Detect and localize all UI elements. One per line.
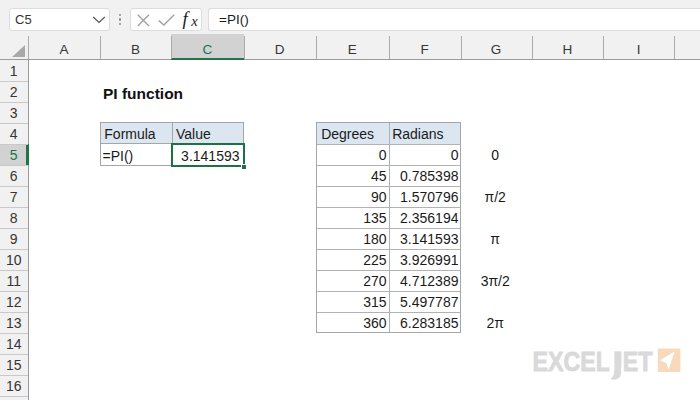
svg-text:EXCELJET: EXCELJET [533, 345, 653, 377]
